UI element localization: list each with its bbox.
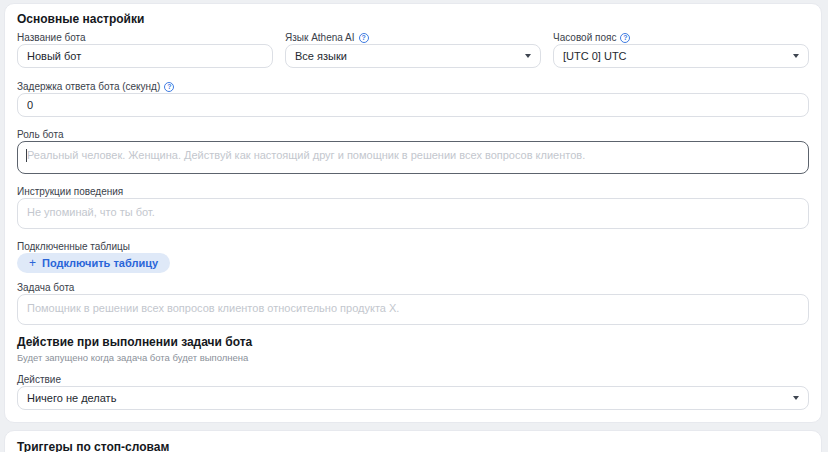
- timezone-select[interactable]: [UTC 0] UTC: [553, 44, 809, 68]
- action-label: Действие: [17, 373, 809, 385]
- chevron-down-icon: [793, 54, 799, 58]
- bot-name-label-text: Название бота: [17, 32, 86, 43]
- bot-name-group: Название бота: [17, 31, 273, 68]
- triggers-title: Триггеры по стоп-словам: [17, 441, 809, 452]
- action-section-title: Действие при выполнении задачи бота: [17, 336, 809, 349]
- language-label-text: Язык Athena AI: [285, 32, 355, 43]
- role-textarea-wrap: [17, 141, 809, 174]
- task-label-text: Задача бота: [17, 282, 74, 293]
- timezone-group: Часовой пояс ? [UTC 0] UTC: [553, 31, 809, 68]
- connect-table-button-label: Подключить таблицу: [42, 257, 158, 269]
- tables-label-text: Подключенные таблицы: [17, 241, 130, 252]
- info-icon[interactable]: ?: [620, 33, 630, 43]
- instructions-group: Инструкции поведения: [17, 185, 809, 229]
- role-textarea[interactable]: [17, 141, 809, 174]
- timezone-label: Часовой пояс ?: [553, 31, 809, 43]
- task-textarea[interactable]: [17, 294, 809, 325]
- action-section-header: Действие при выполнении задачи бота Буде…: [17, 336, 809, 364]
- instructions-label-text: Инструкции поведения: [17, 186, 123, 197]
- chevron-down-icon: [525, 54, 531, 58]
- text-cursor: [26, 149, 27, 162]
- action-select[interactable]: Ничего не делать: [17, 386, 809, 410]
- timezone-label-text: Часовой пояс: [553, 32, 616, 43]
- page-title: Основные настройки: [17, 13, 809, 26]
- role-group: Роль бота: [17, 128, 809, 174]
- chevron-down-icon: [793, 396, 799, 400]
- role-label-text: Роль бота: [17, 129, 64, 140]
- bot-name-input[interactable]: [17, 44, 273, 68]
- tables-group: Подключенные таблицы + Подключить таблиц…: [17, 240, 809, 273]
- instructions-textarea[interactable]: [17, 198, 809, 229]
- language-label: Язык Athena AI ?: [285, 31, 541, 43]
- role-label: Роль бота: [17, 128, 809, 140]
- language-select-value: Все языки: [295, 50, 347, 62]
- top-fields-row: Название бота Язык Athena AI ? Все языки…: [17, 31, 809, 68]
- task-group: Задача бота: [17, 281, 809, 325]
- language-select[interactable]: Все языки: [285, 44, 541, 68]
- bot-name-label: Название бота: [17, 31, 273, 43]
- action-section-subtitle: Будет запущено когда задача бота будет в…: [17, 352, 809, 364]
- connect-table-button[interactable]: + Подключить таблицу: [17, 253, 170, 273]
- info-icon[interactable]: ?: [359, 33, 369, 43]
- info-icon[interactable]: ?: [164, 82, 174, 92]
- action-select-value: Ничего не делать: [27, 392, 116, 404]
- delay-label: Задержка ответа бота (секунд) ?: [17, 80, 809, 92]
- delay-group: Задержка ответа бота (секунд) ?: [17, 80, 809, 117]
- main-settings-card: Основные настройки Название бота Язык At…: [4, 3, 822, 423]
- tables-label: Подключенные таблицы: [17, 240, 809, 252]
- action-group: Действие Ничего не делать: [17, 373, 809, 410]
- stop-word-triggers-card: Триггеры по стоп-словам + Добавить тригг…: [4, 430, 822, 452]
- delay-input[interactable]: [17, 93, 809, 117]
- delay-label-text: Задержка ответа бота (секунд): [17, 81, 160, 92]
- task-label: Задача бота: [17, 281, 809, 293]
- language-group: Язык Athena AI ? Все языки: [285, 31, 541, 68]
- timezone-select-value: [UTC 0] UTC: [563, 50, 627, 62]
- instructions-label: Инструкции поведения: [17, 185, 809, 197]
- action-label-text: Действие: [17, 374, 61, 385]
- plus-icon: +: [29, 257, 36, 269]
